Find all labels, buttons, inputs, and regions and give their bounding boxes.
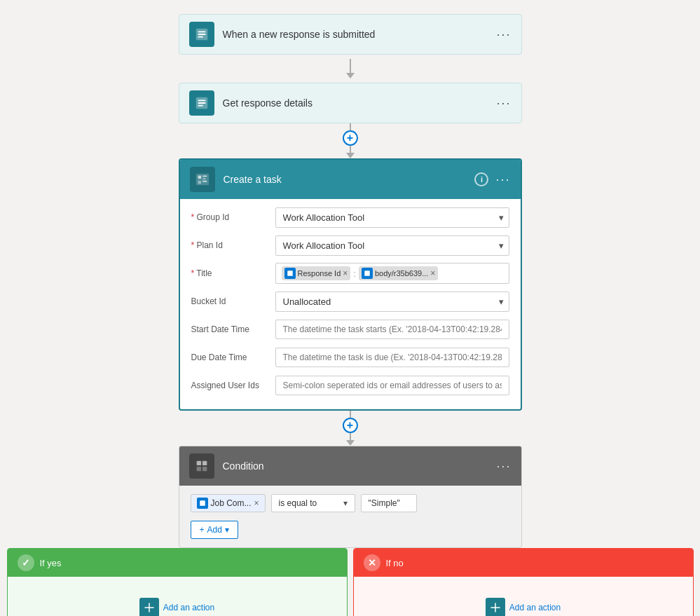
create-task-body: Group Id Work Allocation Tool ▾ Plan Id — [180, 199, 521, 409]
add-chevron: ▾ — [225, 525, 229, 535]
v-line-top — [350, 123, 351, 130]
checkmark-icon: ✓ — [22, 557, 30, 568]
plan-id-control[interactable]: Work Allocation Tool ▾ — [275, 235, 509, 256]
due-date-control[interactable] — [275, 348, 509, 367]
v-line-bottom-2 — [350, 433, 351, 440]
svg-rect-13 — [203, 181, 207, 182]
cond-tag-close[interactable]: × — [254, 498, 259, 508]
arrow-down-2 — [346, 440, 355, 446]
branch-no-body: Add an action — [354, 577, 693, 616]
flow-canvas: When a new response is submitted ··· Get… — [14, 14, 686, 616]
svg-rect-7 — [198, 105, 203, 107]
svg-rect-19 — [202, 467, 206, 471]
header-actions: i ··· — [474, 172, 510, 187]
condition-icon — [189, 453, 214, 479]
start-date-control[interactable] — [275, 320, 509, 339]
v-line-bottom — [350, 146, 351, 153]
value-text: "Simple" — [369, 498, 400, 508]
tag-close-1[interactable]: × — [343, 268, 348, 278]
add-step-btn-2[interactable]: + — [343, 418, 358, 433]
cond-tag-icon — [197, 498, 208, 509]
tag-label-1: Response Id — [298, 269, 341, 278]
condition-value[interactable]: "Simple" — [361, 494, 417, 512]
assigned-users-input[interactable] — [275, 376, 509, 395]
svg-rect-14 — [287, 271, 293, 276]
info-button[interactable]: i — [474, 172, 488, 186]
trigger-icon — [189, 22, 214, 47]
connector-1 — [346, 55, 355, 83]
tag-label-2: body/r35b639... — [375, 269, 428, 278]
branch-no: ✕ If no Add an action — [353, 548, 694, 616]
add-action-no-icon — [486, 598, 505, 616]
v-line-top-2 — [350, 411, 351, 418]
branch-yes-title: If yes — [40, 558, 62, 568]
plan-id-select[interactable]: Work Allocation Tool — [275, 235, 509, 256]
add-action-yes-label: Add an action — [163, 603, 214, 612]
branch-yes: ✓ If yes Add an action — [7, 548, 348, 616]
tag-response-id[interactable]: Response Id × — [282, 266, 351, 280]
svg-rect-22 — [149, 603, 150, 612]
assigned-users-control[interactable] — [275, 376, 509, 395]
bucket-id-select[interactable]: Unallocated — [275, 292, 509, 312]
plan-id-label: Plan Id — [191, 240, 275, 250]
title-input[interactable]: Response Id × : body/r35b639... × — [275, 263, 509, 284]
title-control[interactable]: Response Id × : body/r35b639... × — [275, 263, 509, 284]
svg-rect-9 — [198, 176, 201, 179]
planner-icon — [190, 167, 215, 192]
add-action-no-button[interactable]: Add an action — [486, 598, 561, 616]
add-icon: + — [200, 525, 205, 535]
start-date-input[interactable] — [275, 320, 509, 339]
due-date-input[interactable] — [275, 348, 509, 367]
tag-icon-1 — [284, 268, 296, 279]
step2-menu[interactable]: ··· — [496, 96, 511, 111]
svg-rect-8 — [195, 174, 208, 186]
group-id-select[interactable]: Work Allocation Tool — [275, 207, 509, 228]
svg-rect-15 — [364, 271, 370, 276]
add-condition-button[interactable]: + Add ▾ — [191, 521, 238, 539]
operator-text: is equal to — [279, 498, 317, 508]
x-icon: ✕ — [368, 557, 376, 568]
plus-connector-2[interactable]: + — [343, 411, 358, 446]
svg-rect-3 — [198, 36, 203, 38]
condition-operator[interactable]: is equal to ▾ — [271, 494, 355, 512]
tag-close-2[interactable]: × — [430, 268, 435, 278]
svg-rect-11 — [203, 178, 206, 179]
add-action-yes-icon — [139, 598, 159, 616]
branch-no-header: ✕ If no — [354, 549, 693, 577]
add-row[interactable]: + Add ▾ — [191, 521, 510, 539]
svg-rect-20 — [200, 500, 205, 506]
group-id-control[interactable]: Work Allocation Tool ▾ — [275, 207, 509, 228]
condition-card[interactable]: Condition ··· Job Com... × is equal to ▾… — [179, 446, 522, 548]
add-step-btn-1[interactable]: + — [343, 130, 358, 146]
step1-menu[interactable]: ··· — [496, 27, 511, 42]
branches-container: ✓ If yes Add an action — [7, 548, 694, 616]
step2-title: Get response details — [223, 97, 497, 109]
step-get-details[interactable]: Get response details ··· — [179, 83, 522, 123]
condition-left-tag[interactable]: Job Com... × — [191, 494, 266, 512]
yes-icon: ✓ — [18, 554, 34, 571]
tag-body[interactable]: body/r35b639... × — [359, 266, 438, 280]
group-id-row: Group Id Work Allocation Tool ▾ — [191, 206, 509, 228]
plus-connector-1[interactable]: + — [343, 123, 358, 158]
condition-title: Condition — [223, 460, 497, 472]
add-label: Add — [207, 525, 222, 535]
create-task-card[interactable]: Create a task i ··· Group Id Work Alloca… — [179, 158, 522, 411]
svg-rect-12 — [198, 181, 201, 184]
start-date-label: Start Date Time — [191, 324, 275, 334]
svg-rect-2 — [198, 34, 205, 35]
assigned-users-label: Assigned User Ids — [191, 381, 275, 390]
step-trigger[interactable]: When a new response is submitted ··· — [179, 14, 522, 55]
condition-menu[interactable]: ··· — [496, 459, 511, 474]
condition-body: Job Com... × is equal to ▾ "Simple" + Ad… — [179, 486, 521, 547]
create-task-menu[interactable]: ··· — [495, 172, 510, 187]
get-details-icon — [189, 90, 214, 116]
svg-rect-10 — [203, 176, 207, 177]
bucket-id-control[interactable]: Unallocated ▾ — [275, 292, 509, 312]
add-action-yes-button[interactable]: Add an action — [139, 598, 214, 616]
title-row: Title Response Id × : — [191, 262, 509, 285]
branch-no-title: If no — [386, 558, 404, 568]
tag-icon-2 — [362, 268, 373, 279]
condition-left-value: Job Com... — [211, 498, 252, 508]
operator-chevron: ▾ — [343, 498, 348, 508]
svg-rect-17 — [202, 461, 206, 465]
